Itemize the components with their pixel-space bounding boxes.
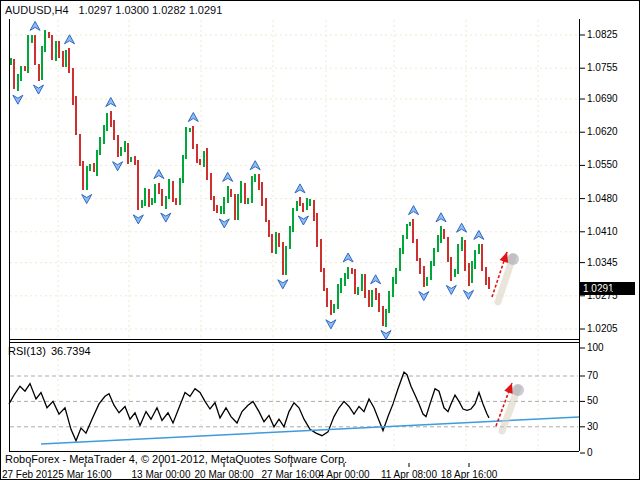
time-axis-label: 11 Apr 08:00 <box>381 469 437 480</box>
time-axis-label: 13 Mar 00:00 <box>132 469 191 480</box>
price-axis-label: 1.0825 <box>587 29 618 41</box>
rsi-indicator-label: RSI(13) <box>8 345 46 357</box>
ohlc-values-label: 1.0297 1.0300 1.0282 1.0291 <box>79 4 223 16</box>
rsi-axis-label: 70 <box>587 370 598 382</box>
time-axis-label: 5 Mar 16:00 <box>58 469 111 480</box>
symbol-timeframe-label: AUDUSD,H4 <box>5 4 69 16</box>
rsi-axis-label: 30 <box>587 421 598 433</box>
rsi-value-label: 36.7394 <box>51 345 91 357</box>
price-axis-label: 1.0410 <box>587 226 618 238</box>
price-axis-label: 1.0205 <box>587 323 618 335</box>
price-axis-label: 1.0690 <box>587 93 618 105</box>
grid-lines <box>10 20 578 450</box>
chart-canvas[interactable] <box>1 1 640 480</box>
mt4-chart-window: AUDUSD,H41.0297 1.0300 1.0282 1.0291 RSI… <box>0 0 640 480</box>
price-axis-label: 1.0480 <box>587 193 618 205</box>
price-axis-label: 1.0550 <box>587 159 618 171</box>
price-axis-label: 1.0275 <box>587 290 618 302</box>
copyright-label: RoboForex - MetaTrader 4, © 2001-2012, M… <box>5 453 347 465</box>
price-axis-label: 1.0345 <box>587 257 618 269</box>
time-axis-label: 18 Apr 16:00 <box>441 469 498 480</box>
rsi-caption: RSI(13)36.7394 <box>8 345 91 357</box>
price-axis-label: 1.0620 <box>587 126 618 138</box>
rsi-axis-label: 0 <box>587 447 593 459</box>
chart-title: AUDUSD,H41.0297 1.0300 1.0282 1.0291 <box>5 4 222 16</box>
rsi-indicator-line <box>9 372 489 441</box>
time-axis-label: 4 Apr 00:00 <box>318 469 369 480</box>
panel-borders <box>9 19 579 467</box>
time-axis-label: 27 Mar 16:00 <box>262 469 321 480</box>
time-axis-label: 20 Mar 08:00 <box>195 469 254 480</box>
rsi-axis-label: 100 <box>587 342 604 354</box>
candlestick-series <box>10 30 490 327</box>
time-axis-label: 27 Feb 2012 <box>2 469 58 480</box>
rsi-axis-label: 50 <box>587 395 598 407</box>
price-axis-label: 1.0755 <box>587 62 618 74</box>
